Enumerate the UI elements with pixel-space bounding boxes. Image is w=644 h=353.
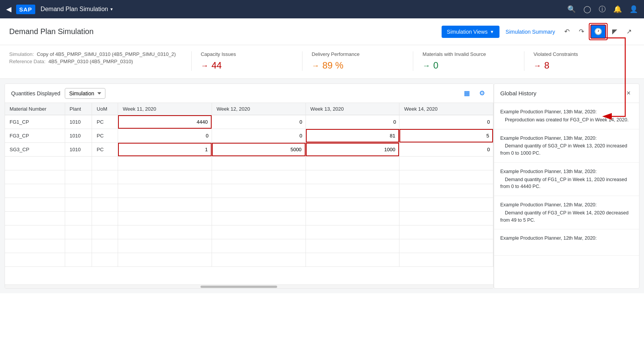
- search-icon[interactable]: 🔍: [567, 5, 576, 13]
- kpi-delivery-value: → 89 %: [312, 60, 404, 71]
- cell-w12[interactable]: [212, 115, 306, 129]
- table-row-empty: [5, 170, 493, 184]
- header-actions: Simulation Views ▼ Simulation Summary ↶ …: [442, 25, 635, 39]
- cell-plant: 1010: [65, 115, 92, 129]
- cell-w14[interactable]: [399, 115, 493, 129]
- input-sg3-w14[interactable]: [399, 143, 493, 156]
- kpi-invalid-source: Materials with Invalid Source → 0: [413, 51, 524, 71]
- history-author: Example Production Planner, 12th Mar, 20…: [500, 235, 633, 242]
- history-text: Demand quantity of SG3_CP in Week 13, 20…: [500, 143, 627, 156]
- history-item: Example Production Planner, 12th Mar, 20…: [494, 196, 639, 229]
- topbar-app-name: Demand Plan Simulation: [41, 6, 108, 13]
- cell-w12[interactable]: [212, 143, 306, 157]
- notification-icon[interactable]: 🔔: [613, 5, 622, 13]
- simulation-value: Copy of 4B5_PMRP_SIMU_0310 (4B5_PMRP_SIM…: [37, 51, 176, 57]
- history-header: Global History ×: [494, 84, 639, 103]
- scroll-thumb[interactable]: [200, 286, 277, 288]
- table-row-empty: [5, 239, 493, 253]
- topbar-title: Demand Plan Simulation ▾: [41, 6, 113, 13]
- simulation-info: Simulation: Copy of 4B5_PMRP_SIMU_0310 (…: [9, 51, 176, 71]
- kpi-delivery: Delivery Performance → 89 %: [302, 51, 413, 71]
- history-author: Example Production Planner, 13th Mar, 20…: [500, 108, 633, 116]
- history-panel: Global History × Example Production Plan…: [494, 83, 639, 289]
- redo-button[interactable]: ↷: [576, 25, 587, 38]
- cell-w12[interactable]: [212, 129, 306, 143]
- col-week12: Week 12, 2020: [212, 103, 306, 115]
- history-button[interactable]: 🕐: [590, 25, 606, 39]
- horizontal-scrollbar[interactable]: [5, 284, 493, 288]
- table-row-empty: [5, 157, 493, 170]
- topbar: ◀ SAP Demand Plan Simulation ▾ 🔍 ◯ ⓘ 🔔 👤: [0, 0, 644, 18]
- cell-w13[interactable]: [306, 115, 399, 129]
- input-fg3-w11[interactable]: [118, 129, 212, 142]
- export-button[interactable]: ↗: [623, 25, 635, 38]
- cell-material: SG3_CP: [5, 143, 65, 157]
- kpi-violated-title: Violated Constraints: [534, 51, 626, 57]
- input-fg3-w14[interactable]: [399, 129, 493, 142]
- input-sg3-w11[interactable]: [118, 143, 212, 156]
- kpi-section: Simulation: Copy of 4B5_PMRP_SIMU_0310 (…: [0, 45, 644, 79]
- history-close-button[interactable]: ×: [624, 88, 633, 98]
- input-fg1-w12[interactable]: [212, 115, 306, 129]
- cell-w13[interactable]: [306, 129, 399, 143]
- topbar-chevron-icon[interactable]: ▾: [110, 7, 113, 12]
- col-uom: UoM: [92, 103, 118, 115]
- history-item: Example Production Planner, 13th Mar, 20…: [494, 163, 639, 196]
- cell-uom: PC: [92, 115, 118, 129]
- kpi-violated-number: 8: [544, 60, 549, 71]
- filter-icon[interactable]: ▦: [462, 88, 472, 99]
- history-text: Demand quantity of FG3_CP in Week 14, 20…: [500, 210, 629, 223]
- settings-gear-icon[interactable]: ⚙: [477, 88, 487, 99]
- col-week13: Week 13, 2020: [306, 103, 399, 115]
- col-plant: Plant: [65, 103, 92, 115]
- input-sg3-w12[interactable]: [212, 143, 306, 156]
- history-item: Example Production Planner, 13th Mar, 20…: [494, 129, 639, 163]
- split-view-button[interactable]: ◤: [609, 25, 620, 38]
- main-container: Demand Plan Simulation Simulation Views …: [0, 18, 644, 353]
- cell-material: FG1_CP: [5, 115, 65, 129]
- history-text: Preproduction was created for FG3_CP in …: [500, 117, 629, 123]
- cell-plant: 1010: [65, 129, 92, 143]
- input-fg3-w13[interactable]: [306, 129, 399, 142]
- kpi-invalid-number: 0: [433, 60, 438, 71]
- input-sg3-w13[interactable]: [306, 143, 399, 156]
- input-fg1-w13[interactable]: [306, 115, 399, 129]
- col-material: Material Number: [5, 103, 65, 115]
- cell-w14[interactable]: [399, 143, 493, 157]
- kpi-cards: Capacity Issues → 44 Delivery Performanc…: [191, 51, 635, 71]
- user-icon[interactable]: 👤: [629, 5, 638, 13]
- topbar-actions: 🔍 ◯ ⓘ 🔔 👤: [567, 5, 638, 14]
- table-row-empty: [5, 212, 493, 226]
- cell-uom: PC: [92, 143, 118, 157]
- kpi-capacity-issues: Capacity Issues → 44: [191, 51, 302, 71]
- undo-button[interactable]: ↶: [561, 25, 573, 38]
- kpi-invalid-title: Materials with Invalid Source: [422, 51, 514, 57]
- cell-w14[interactable]: [399, 129, 493, 143]
- settings-icon[interactable]: ◯: [583, 5, 591, 13]
- quantities-select[interactable]: Simulation Reference Difference: [65, 88, 105, 99]
- history-author: Example Production Planner, 12th Mar, 20…: [500, 201, 633, 209]
- kpi-invalid-value: → 0: [422, 60, 514, 71]
- simulation-summary-button[interactable]: Simulation Summary: [503, 26, 558, 38]
- kpi-delivery-title: Delivery Performance: [312, 51, 404, 57]
- cell-w11[interactable]: [118, 115, 212, 129]
- reference-value: 4B5_PMRP_0310 (4B5_PMRP_0310): [48, 59, 133, 64]
- page-title: Demand Plan Simulation: [9, 27, 94, 36]
- cell-w11[interactable]: [118, 129, 212, 143]
- simulation-label: Simulation: Copy of 4B5_PMRP_SIMU_0310 (…: [9, 51, 176, 57]
- table-row-empty: [5, 198, 493, 212]
- table-row-empty: [5, 253, 493, 267]
- reference-label: Reference Data: 4B5_PMRP_0310 (4B5_PMRP_…: [9, 59, 176, 64]
- input-fg1-w11[interactable]: [118, 115, 212, 129]
- input-fg1-w14[interactable]: [399, 115, 493, 129]
- help-icon[interactable]: ⓘ: [599, 5, 606, 14]
- col-week11: Week 11, 2020: [118, 103, 212, 115]
- table-row-empty: [5, 226, 493, 239]
- cell-w13[interactable]: [306, 143, 399, 157]
- cell-uom: PC: [92, 129, 118, 143]
- input-fg3-w12[interactable]: [212, 129, 306, 142]
- simulation-views-button[interactable]: Simulation Views ▼: [442, 26, 499, 38]
- back-button[interactable]: ◀: [6, 5, 12, 13]
- cell-w11[interactable]: [118, 143, 212, 157]
- data-table: Material Number Plant UoM Week 11, 2020 …: [5, 103, 493, 267]
